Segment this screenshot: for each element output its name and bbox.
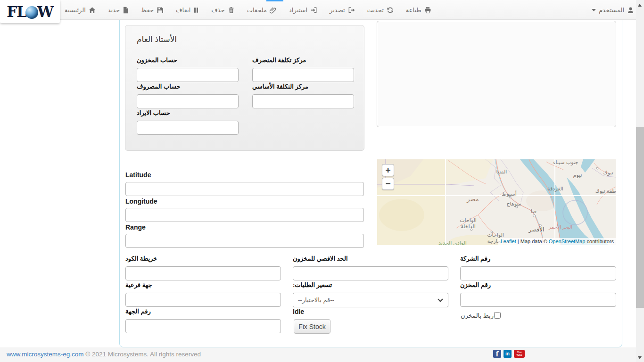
sub-entity-input[interactable] — [125, 293, 281, 307]
nav-item-import[interactable]: استيراد — [289, 7, 317, 14]
link-warehouse-label: ربط بالمخزن — [461, 312, 494, 319]
navbar-menu: الرئيسية جديد حفظ ايقاف حذف ملحقات استير… — [65, 0, 431, 20]
map-label-luxor: الأقصر — [528, 226, 545, 233]
scrollbar-up-arrow-icon[interactable] — [638, 4, 642, 7]
nav-label-attachments: ملحقات — [247, 7, 267, 14]
user-menu[interactable]: المستخدم — [592, 0, 634, 20]
logo-text-w: W — [37, 3, 53, 20]
leaflet-link[interactable]: Leaflet — [501, 239, 516, 244]
expense-account-label: حساب المصروف — [137, 83, 181, 90]
dispensed-cost-center-input[interactable] — [252, 68, 354, 82]
nav-label-new: جديد — [108, 7, 120, 14]
globe-o-icon — [25, 6, 38, 19]
longitude-label: Longitude — [125, 197, 157, 205]
map-label-asyut: أسيوط — [502, 190, 516, 197]
linkedin-icon[interactable]: in — [504, 350, 512, 358]
map-label-red-sea: البحر الأحمر — [548, 224, 572, 230]
logo-text-fl: FL — [7, 3, 26, 20]
entity-number-label: رقم الجهة — [125, 308, 151, 315]
order-pricing-selected-value: --قم بالاختيار-- — [298, 296, 334, 304]
loading-indicator-bar — [266, 0, 283, 1]
revenue-account-label: حساب الايراد — [137, 109, 170, 116]
dispensed-cost-center-label: مركز تكلفة المنصرف — [252, 57, 306, 64]
select-chevron-icon — [438, 296, 443, 302]
entity-number-input[interactable] — [125, 319, 281, 333]
save-icon — [157, 7, 164, 14]
latitude-input[interactable] — [125, 182, 364, 196]
nav-label-print: طباعة — [406, 7, 421, 14]
nav-item-save[interactable]: حفظ — [141, 7, 164, 14]
max-stock-input[interactable] — [293, 266, 448, 280]
zoom-in-button[interactable]: + — [382, 164, 394, 176]
general-ledger-title: الأستاذ العام — [137, 34, 177, 44]
footer-site-link[interactable]: www.microsystems-eg.com — [7, 351, 84, 358]
attachments-icon — [270, 7, 277, 14]
nav-item-export[interactable]: تصدير — [330, 7, 355, 14]
link-warehouse-checkbox[interactable] — [494, 312, 501, 319]
latitude-label: Latitude — [125, 171, 151, 179]
attribution-separator: | — [516, 239, 520, 244]
revenue-account-input[interactable] — [137, 121, 239, 135]
export-icon — [348, 7, 355, 14]
nav-label-export: تصدير — [330, 7, 345, 14]
social-links: f in YouTube — [493, 350, 525, 358]
primary-cost-center-input[interactable] — [252, 94, 354, 108]
nav-item-new[interactable]: جديد — [108, 7, 129, 14]
map-zoom-controls: + − — [382, 164, 394, 190]
footer-copyright: www.microsystems-eg.com © 2021 Microsyst… — [7, 351, 201, 358]
warehouse-number-input[interactable] — [460, 293, 616, 307]
idle-label: Idle — [293, 308, 304, 315]
nav-label-refresh: تحديث — [367, 7, 384, 14]
scrollbar-down-arrow-icon[interactable] — [638, 356, 642, 359]
facebook-icon[interactable]: f — [493, 350, 501, 358]
order-pricing-select[interactable]: --قم بالاختيار-- — [293, 293, 448, 307]
map-label-south-sinai: جنوب سيناء — [553, 159, 578, 165]
expense-account-input[interactable] — [137, 94, 239, 108]
general-ledger-panel: الأستاذ العام حساب المخزون مركز تكلفة ال… — [125, 25, 364, 151]
nav-item-home[interactable]: الرئيسية — [65, 7, 96, 14]
nav-item-delete[interactable]: حذف — [211, 7, 234, 14]
nav-label-stop: ايقاف — [176, 7, 190, 14]
inventory-account-input[interactable] — [137, 68, 239, 82]
attribution-text: Map data © — [520, 239, 549, 244]
home-icon — [89, 7, 96, 14]
openstreetmap-link[interactable]: OpenStreetMap — [549, 239, 586, 244]
nav-item-stop[interactable]: ايقاف — [176, 7, 199, 14]
company-number-input[interactable] — [460, 266, 616, 280]
map-label-neom: نيوم — [573, 172, 582, 178]
scrollbar-thumb[interactable] — [636, 127, 644, 308]
sub-entity-label: جهة فرعية — [125, 281, 152, 288]
location-map[interactable]: جنوب سيناء تبوك نيوم المنيا الغردقة طقة … — [377, 159, 616, 245]
youtube-icon[interactable]: YouTube — [514, 350, 525, 358]
map-label-tabuk: تبوك — [603, 170, 613, 176]
company-number-label: رقم الشركة — [460, 255, 490, 262]
new-file-icon — [123, 7, 129, 14]
map-label-qena: قنا — [531, 208, 537, 214]
refresh-icon — [387, 7, 394, 14]
import-icon — [310, 7, 317, 14]
code-map-input[interactable] — [125, 266, 281, 280]
zoom-out-button[interactable]: − — [382, 178, 394, 190]
range-label: Range — [125, 223, 146, 231]
nav-label-home: الرئيسية — [65, 7, 86, 14]
youtube-text-2: Tube — [516, 354, 522, 356]
brand-logo[interactable]: FLW — [0, 0, 60, 23]
flow-logo: FLW — [7, 3, 53, 20]
user-icon — [627, 7, 634, 14]
nav-item-refresh[interactable]: تحديث — [367, 7, 394, 14]
range-input[interactable] — [125, 234, 364, 248]
nav-item-attachments[interactable]: ملحقات — [247, 7, 277, 14]
longitude-input[interactable] — [125, 208, 364, 222]
fix-stock-button[interactable]: Fix Stock — [294, 319, 330, 334]
code-map-label: خريطة الكود — [125, 255, 157, 262]
map-label-dakhla-1: الواحات — [460, 217, 477, 223]
print-icon — [424, 7, 431, 14]
max-stock-label: الحد الاقصي للمخزون — [293, 255, 348, 262]
order-pricing-label: تسعير الطلبات: — [293, 281, 332, 288]
nav-label-import: استيراد — [289, 7, 307, 14]
primary-cost-center-label: مركز التكلفة الأساسي — [252, 83, 308, 90]
nav-item-print[interactable]: طباعة — [406, 7, 431, 14]
map-attribution: Leaflet | Map data © OpenStreetMap contr… — [498, 238, 616, 245]
page-scrollbar[interactable] — [636, 0, 644, 362]
footer: www.microsystems-eg.com © 2021 Microsyst… — [0, 347, 644, 362]
